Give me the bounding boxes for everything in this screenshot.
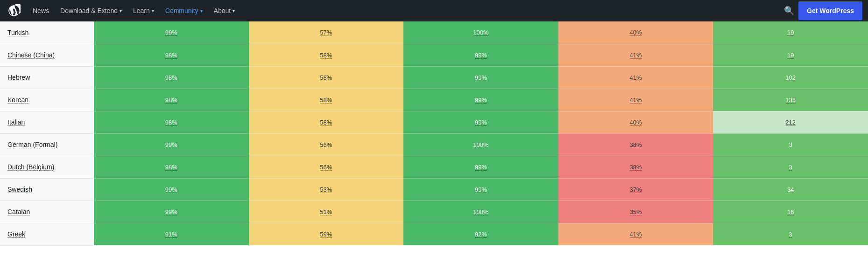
lang-link[interactable]: Italian [7,118,25,126]
col2-link[interactable]: 58% [320,74,332,81]
col1-link[interactable]: 98% [165,52,177,59]
col5-link[interactable]: 3 [789,231,792,238]
col5-cell: 102 [713,66,868,89]
col2-link[interactable]: 58% [320,97,332,104]
col1-link[interactable]: 91% [165,231,177,238]
col4-link[interactable]: 41% [630,231,642,238]
lang-link[interactable]: Catalan [7,208,30,215]
search-button[interactable]: 🔍 [782,3,797,18]
col5-link[interactable]: 3 [789,164,792,171]
col4-cell: 41% [558,66,713,89]
get-wordpress-button[interactable]: Get WordPress [798,1,862,20]
col2-link[interactable]: 58% [320,52,332,59]
col4-link[interactable]: 38% [630,164,642,171]
col4-link[interactable]: 41% [630,52,642,59]
main-nav: News Download & Extend ▾ Learn ▾ Communi… [0,0,868,21]
table-row: Greek 91% 59% 92% 41% 3 [0,223,868,245]
col1-cell: 98% [94,66,249,89]
table-row: Korean 98% 58% 99% 41% 135 [0,89,868,111]
col2-link[interactable]: 58% [320,119,332,126]
col2-cell: 51% [249,201,404,223]
col5-cell: 135 [713,89,868,111]
col3-link[interactable]: 92% [475,231,487,238]
lang-cell: Turkish [0,21,94,44]
col4-link[interactable]: 38% [630,141,642,148]
col4-link[interactable]: 41% [630,74,642,81]
chevron-down-icon: ▾ [200,8,203,14]
lang-link[interactable]: Dutch (Belgium) [7,163,54,171]
col1-link[interactable]: 99% [165,141,177,148]
lang-cell: Greek [0,223,94,245]
col3-link[interactable]: 99% [475,164,487,171]
lang-link[interactable]: Turkish [7,29,28,36]
col3-cell: 100% [403,21,558,44]
lang-link[interactable]: Chinese (China) [7,51,55,59]
lang-cell: Catalan [0,201,94,223]
col3-cell: 99% [403,156,558,178]
col5-link[interactable]: 34 [787,186,794,193]
col2-link[interactable]: 59% [320,231,332,238]
lang-link[interactable]: Hebrew [7,74,30,81]
col3-cell: 99% [403,89,558,111]
wp-logo[interactable] [6,2,22,19]
lang-link[interactable]: Greek [7,230,25,238]
col1-link[interactable]: 98% [165,97,177,104]
nav-news[interactable]: News [28,0,54,21]
col3-link[interactable]: 99% [475,97,487,104]
col4-link[interactable]: 40% [630,119,642,126]
col2-link[interactable]: 56% [320,164,332,171]
nav-download[interactable]: Download & Extend ▾ [56,0,127,21]
col3-cell: 100% [403,201,558,223]
col1-link[interactable]: 98% [165,164,177,171]
col2-link[interactable]: 53% [320,186,332,193]
col1-cell: 98% [94,111,249,133]
col5-link[interactable]: 3 [789,141,792,148]
translation-table: Turkish 99% 57% 100% 40% 19 Chinese (Chi… [0,21,868,246]
col4-link[interactable]: 35% [630,208,642,215]
col4-cell: 35% [558,201,713,223]
col2-link[interactable]: 57% [320,29,332,36]
col3-link[interactable]: 99% [475,74,487,81]
col1-link[interactable]: 98% [165,74,177,81]
col5-link[interactable]: 19 [787,29,794,36]
col3-cell: 99% [403,44,558,66]
lang-link[interactable]: Swedish [7,186,32,193]
col5-link[interactable]: 135 [785,97,796,104]
col1-cell: 99% [94,21,249,44]
lang-cell: Chinese (China) [0,44,94,66]
table-row: Swedish 99% 53% 99% 37% 34 [0,178,868,201]
col5-link[interactable]: 212 [785,119,796,126]
table-row: Hebrew 98% 58% 99% 41% 102 [0,66,868,89]
nav-learn[interactable]: Learn ▾ [128,0,159,21]
col1-link[interactable]: 99% [165,208,177,215]
lang-cell: Italian [0,111,94,133]
nav-about[interactable]: About ▾ [209,0,240,21]
col3-link[interactable]: 100% [473,141,488,148]
col1-link[interactable]: 99% [165,29,177,36]
col4-link[interactable]: 41% [630,97,642,104]
col4-cell: 40% [558,111,713,133]
col3-link[interactable]: 99% [475,119,487,126]
col5-link[interactable]: 16 [787,208,794,215]
col4-link[interactable]: 37% [630,186,642,193]
col1-link[interactable]: 98% [165,119,177,126]
col1-link[interactable]: 99% [165,186,177,193]
lang-link[interactable]: German (Formal) [7,141,57,148]
col3-link[interactable]: 99% [475,52,487,59]
col3-cell: 99% [403,66,558,89]
col3-link[interactable]: 100% [473,208,488,215]
col2-link[interactable]: 56% [320,141,332,148]
col4-cell: 38% [558,133,713,156]
lang-cell: Swedish [0,178,94,201]
lang-link[interactable]: Korean [7,96,28,104]
col3-link[interactable]: 100% [473,29,488,36]
col4-link[interactable]: 40% [630,29,642,36]
col5-link[interactable]: 102 [785,74,796,81]
col4-cell: 38% [558,156,713,178]
col3-link[interactable]: 99% [475,186,487,193]
col5-cell: 212 [713,111,868,133]
nav-community[interactable]: Community ▾ [161,0,207,21]
col5-link[interactable]: 19 [787,52,794,59]
col2-link[interactable]: 51% [320,208,332,215]
table-row: Chinese (China) 98% 58% 99% 41% 19 [0,44,868,66]
